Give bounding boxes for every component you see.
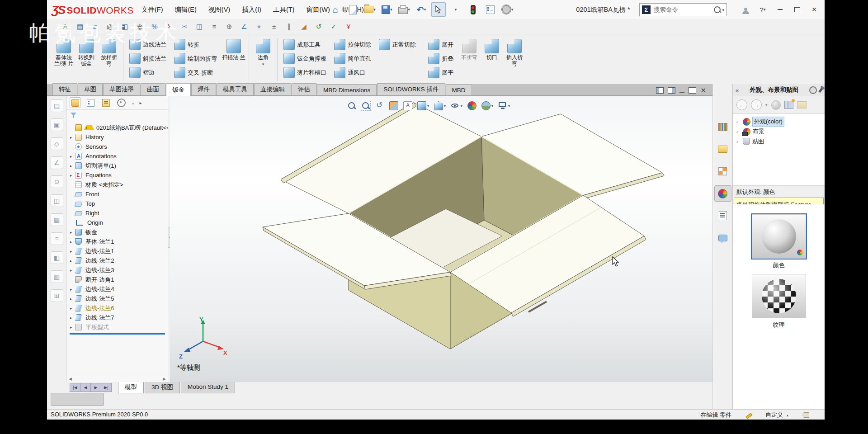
texture-appearance-item[interactable]: 纹理 xyxy=(752,274,806,329)
ribbon-button[interactable]: 展开 xyxy=(425,38,457,52)
maximize-button[interactable] xyxy=(789,3,805,16)
tree-item[interactable]: ▸ 边线-法兰6 xyxy=(69,303,168,313)
last-tab-icon[interactable]: ▶| xyxy=(101,383,111,392)
tree-item[interactable]: ▸ 钣金 xyxy=(69,227,168,237)
task-pane-tab[interactable] xyxy=(714,119,731,135)
library-tree-item[interactable]: › 外观(color) xyxy=(733,117,825,127)
help-button[interactable]: ?▾ xyxy=(755,3,770,16)
search-dropdown-icon[interactable]: ▾ xyxy=(722,8,724,12)
toolbar-icon[interactable]: ↺ xyxy=(313,21,324,32)
ribbon-button[interactable]: 薄片和槽口 xyxy=(280,66,330,80)
view-tool-button[interactable]: ▾ xyxy=(346,100,357,111)
interference-check-button[interactable] xyxy=(466,2,480,17)
doc-restore-icon[interactable] xyxy=(689,87,696,94)
home-button[interactable]: ⌂ xyxy=(328,2,343,17)
view-tool-button[interactable]: ▾ xyxy=(433,100,447,111)
tree-item[interactable]: ▸ 边线-法兰4 xyxy=(69,284,168,294)
doc-close-icon[interactable]: ✕ xyxy=(700,88,706,93)
view-tool-button[interactable]: ▾ xyxy=(402,100,413,111)
task-pane-tab[interactable] xyxy=(714,230,731,246)
tree-horizontal-scrollbar[interactable]: ◀ ▶ xyxy=(67,375,168,382)
close-button[interactable]: × xyxy=(807,3,822,16)
task-pane-tab[interactable] xyxy=(714,97,731,113)
dimxpert-manager-tab[interactable] xyxy=(116,97,127,108)
ribbon-button[interactable]: 拉伸切除 xyxy=(331,38,374,52)
prev-tab-icon[interactable]: ◀ xyxy=(80,383,91,392)
view-tool-button[interactable]: ▾ xyxy=(416,100,430,111)
toolbar-icon[interactable]: ∥ xyxy=(283,21,294,32)
corner-dropdown-icon[interactable]: ▾ xyxy=(262,61,264,68)
select-button[interactable] xyxy=(431,2,446,17)
tag-icon[interactable] xyxy=(802,412,809,418)
task-pane-tab[interactable] xyxy=(714,141,731,157)
command-tab[interactable]: 草图 xyxy=(78,83,103,95)
tree-item[interactable]: ▸ 边线-法兰5 xyxy=(69,294,168,303)
texture-sphere-thumbnail[interactable] xyxy=(752,274,806,318)
open-button[interactable]: ▾ xyxy=(363,2,377,17)
toolbar-icon[interactable]: ⊕ xyxy=(224,21,235,32)
tree-item[interactable]: ▸ 平板型式 xyxy=(69,322,168,332)
view-tool-button[interactable]: ▾ xyxy=(360,100,371,111)
command-tab[interactable]: 特征 xyxy=(52,83,77,95)
ribbon-tall-button[interactable]: 不折弯 xyxy=(458,38,481,82)
toolbar-icon[interactable]: ⌖ xyxy=(254,21,264,32)
ribbon-button[interactable]: 转折 xyxy=(171,38,220,52)
toolbar-icon[interactable]: ∠ xyxy=(239,21,250,32)
toolbar-icon[interactable]: ≡ xyxy=(209,21,220,32)
configuration-manager-tab[interactable] xyxy=(100,97,111,108)
back-button[interactable]: ← xyxy=(736,99,747,110)
library-tree-item[interactable]: › 贴图 xyxy=(733,137,825,146)
ribbon-button[interactable]: 斜接法兰 xyxy=(126,52,170,66)
ribbon-tall-button[interactable]: 切口 xyxy=(481,38,503,82)
filter-icon[interactable] xyxy=(71,113,76,118)
view-tool-button[interactable]: ▾ xyxy=(467,100,477,111)
command-tab[interactable]: 直接编辑 xyxy=(254,83,291,95)
library-tree-item[interactable]: › 布景 xyxy=(733,127,825,137)
next-tab-icon[interactable]: ▶ xyxy=(91,383,101,392)
add-library-icon[interactable] xyxy=(784,101,793,109)
menu-item[interactable]: 视图(V) xyxy=(203,0,236,19)
pin-toolbar-icon[interactable]: ★ xyxy=(312,5,319,14)
tree-item[interactable]: ▸ Sensors xyxy=(69,142,168,151)
left-tool-icon[interactable]: ≡ xyxy=(51,232,63,245)
first-tab-icon[interactable]: |◀ xyxy=(70,383,80,392)
tree-item[interactable]: ▸ 边线-法兰1 xyxy=(69,246,168,256)
ribbon-button[interactable]: 展平 xyxy=(425,66,457,80)
command-tab[interactable]: MBD Dimensions xyxy=(317,85,377,95)
undo-button[interactable]: ↶▾ xyxy=(414,2,429,17)
ribbon-button[interactable]: 简单直孔 xyxy=(331,52,374,66)
left-tool-icon[interactable]: ▤ xyxy=(51,99,63,112)
ribbon-button[interactable]: 绘制的折弯 xyxy=(171,52,220,66)
command-tab[interactable]: MBD xyxy=(446,85,472,95)
pane-right-icon[interactable] xyxy=(668,87,675,94)
cardboard-box-model[interactable] xyxy=(170,96,712,382)
task-pane-tab[interactable] xyxy=(714,163,731,179)
ribbon-button[interactable]: 褶边 xyxy=(126,66,170,80)
graphics-viewport[interactable]: ▾ ▾ ▾ ▾ ▾ ▾ xyxy=(170,96,712,382)
tree-item[interactable]: ▸ Top xyxy=(69,199,168,208)
tree-item[interactable]: ▸ Right xyxy=(69,208,168,218)
toolbar-icon[interactable]: ✓ xyxy=(328,21,339,32)
ribbon-button[interactable]: 正常切除 xyxy=(376,38,419,52)
customize-label[interactable]: 自定义 xyxy=(765,411,783,419)
panel-tab-overflow-icon[interactable]: ⌄ xyxy=(131,100,135,105)
tree-item[interactable]: ▸ History xyxy=(69,132,168,142)
command-tab[interactable]: 曲面 xyxy=(141,83,165,95)
toolbar-icon[interactable]: ✂ xyxy=(179,21,190,32)
toolbar-icon[interactable]: ▦ xyxy=(104,21,115,32)
study-tab[interactable]: 模型 xyxy=(118,382,144,393)
ribbon-button[interactable]: 钣金角撑板 xyxy=(280,52,330,66)
ribbon-button[interactable]: 交叉-折断 xyxy=(171,66,220,80)
color-sphere-thumbnail[interactable] xyxy=(752,214,806,259)
task-pane-tab[interactable] xyxy=(714,208,731,224)
toolbar-icon[interactable]: % xyxy=(149,21,160,32)
study-tab[interactable]: 3D 视图 xyxy=(145,382,180,393)
tree-item[interactable]: ▸ 边线-法兰7 xyxy=(69,313,168,322)
search-icon[interactable] xyxy=(714,6,721,13)
study-tab[interactable]: Motion Study 1 xyxy=(181,382,235,393)
view-tool-button[interactable]: ▾ xyxy=(388,100,399,111)
left-tool-icon[interactable]: ◧ xyxy=(51,251,63,264)
command-tab[interactable]: SOLIDWORKS 插件 xyxy=(377,83,445,95)
ribbon-tall-button[interactable]: 转换到 钣金 xyxy=(75,38,98,82)
view-tool-button[interactable]: ▾ xyxy=(374,100,385,111)
